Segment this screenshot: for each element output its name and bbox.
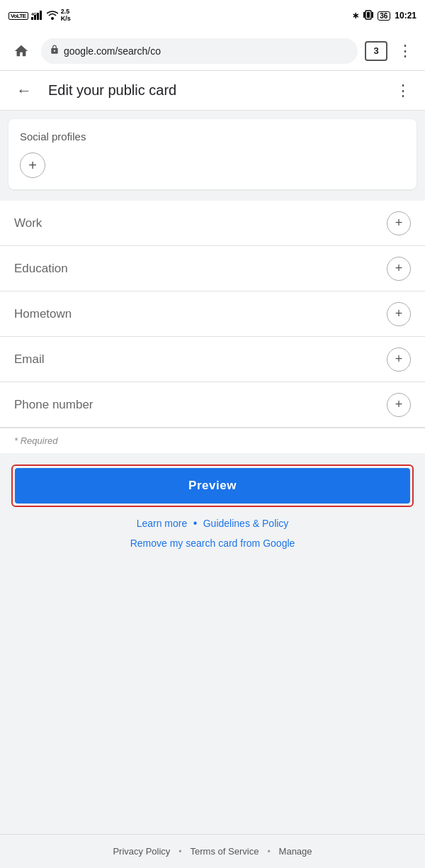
svg-rect-8 [363, 12, 365, 18]
page-footer: Privacy Policy • Terms of Service • Mana… [0, 834, 425, 868]
svg-text:4G: 4G [31, 12, 37, 16]
url-bar[interactable]: google.com/search/co [41, 38, 358, 64]
work-field-row[interactable]: Work + [0, 201, 425, 246]
social-profiles-card: Social profiles + [8, 119, 416, 189]
browser-menu-button[interactable]: ⋮ [395, 40, 416, 62]
remove-card-link[interactable]: Remove my search card from Google [130, 538, 295, 549]
page-header: ← Edit your public card ⋮ [0, 71, 425, 111]
header-more-button[interactable]: ⋮ [392, 79, 414, 103]
email-add-button[interactable]: + [387, 347, 411, 372]
url-text: google.com/search/co [64, 45, 349, 57]
time-display: 10:21 [395, 11, 416, 21]
browser-bar: google.com/search/co 3 ⋮ [0, 31, 425, 71]
svg-rect-2 [37, 13, 39, 20]
terms-of-service-link[interactable]: Terms of Service [191, 846, 259, 857]
home-button[interactable] [8, 38, 34, 64]
phone-field-row[interactable]: Phone number + [0, 382, 425, 428]
remove-card-section: Remove my search card from Google [11, 537, 414, 550]
svg-rect-3 [40, 11, 42, 20]
phone-add-button[interactable]: + [387, 393, 411, 417]
svg-rect-0 [31, 17, 33, 20]
hometown-field-row[interactable]: Hometown + [0, 291, 425, 337]
add-social-profile-button[interactable]: + [20, 152, 45, 178]
volte-indicator: VoLTE [8, 12, 28, 20]
email-field-row[interactable]: Email + [0, 337, 425, 382]
speed-text: 2.5 K/s [61, 9, 71, 23]
preview-section: Preview Learn more • Guidelines & Policy… [0, 453, 425, 562]
preview-button-wrapper: Preview [11, 464, 414, 507]
link-separator: • [190, 517, 200, 529]
work-add-button[interactable]: + [387, 211, 411, 235]
privacy-policy-link[interactable]: Privacy Policy [113, 846, 170, 857]
required-text: * Required [0, 428, 425, 453]
page-title: Edit your public card [48, 82, 381, 99]
status-left: VoLTE 4G 2.5 K/s [8, 9, 71, 23]
education-add-button[interactable]: + [387, 257, 411, 281]
status-bar: VoLTE 4G 2.5 K/s ∗ [0, 0, 425, 31]
tab-count-button[interactable]: 3 [365, 41, 387, 61]
preview-button[interactable]: Preview [15, 468, 410, 503]
svg-rect-9 [372, 12, 373, 18]
signal-indicator: 4G [31, 10, 44, 21]
manage-link[interactable]: Manage [279, 846, 312, 857]
bottom-spacer [0, 562, 425, 605]
education-field-label: Education [14, 262, 68, 276]
work-field-label: Work [14, 216, 42, 230]
learn-more-link[interactable]: Learn more [137, 518, 188, 529]
hometown-field-label: Hometown [14, 307, 72, 321]
links-row: Learn more • Guidelines & Policy [11, 517, 414, 530]
wifi-icon [47, 10, 58, 21]
fields-section: Work + Education + Hometown + Email + Ph… [0, 201, 425, 453]
guidelines-link[interactable]: Guidelines & Policy [203, 518, 289, 529]
svg-rect-7 [367, 12, 370, 18]
social-profiles-title: Social profiles [20, 130, 405, 143]
battery-indicator: 36 [378, 11, 390, 21]
back-button[interactable]: ← [11, 78, 37, 104]
status-right: ∗ 36 10:21 [352, 10, 416, 22]
email-field-label: Email [14, 352, 45, 367]
lock-icon [50, 45, 60, 57]
svg-point-5 [51, 17, 54, 20]
vibrate-icon [363, 10, 373, 22]
footer-dot-2: • [267, 847, 270, 857]
education-field-row[interactable]: Education + [0, 246, 425, 291]
main-content: Social profiles + Work + Education + Hom… [0, 111, 425, 613]
footer-dot-1: • [178, 847, 181, 857]
bluetooth-icon: ∗ [352, 11, 359, 21]
hometown-add-button[interactable]: + [387, 302, 411, 326]
phone-field-label: Phone number [14, 398, 94, 412]
